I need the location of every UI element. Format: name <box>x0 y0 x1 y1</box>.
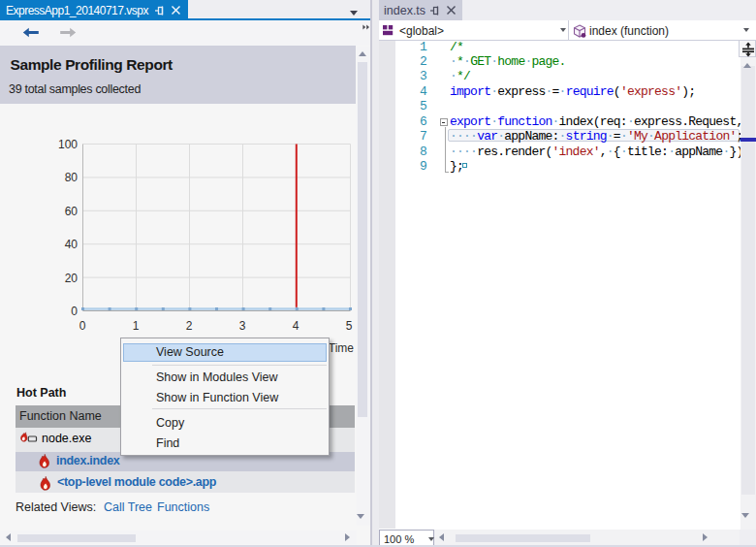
svg-text:20: 20 <box>65 272 79 285</box>
svg-text:60: 60 <box>65 205 79 218</box>
svg-text:5: 5 <box>346 319 353 333</box>
svg-text:40: 40 <box>65 238 79 251</box>
svg-text:3: 3 <box>239 319 246 333</box>
svg-text:2: 2 <box>186 319 193 333</box>
svg-text:1: 1 <box>133 319 140 333</box>
svg-text:80: 80 <box>65 171 79 184</box>
svg-text:0: 0 <box>71 305 78 318</box>
svg-text:0: 0 <box>79 319 86 333</box>
svg-text:Time: Time <box>329 341 355 355</box>
svg-text:4: 4 <box>293 319 299 333</box>
svg-text:100: 100 <box>58 138 78 151</box>
